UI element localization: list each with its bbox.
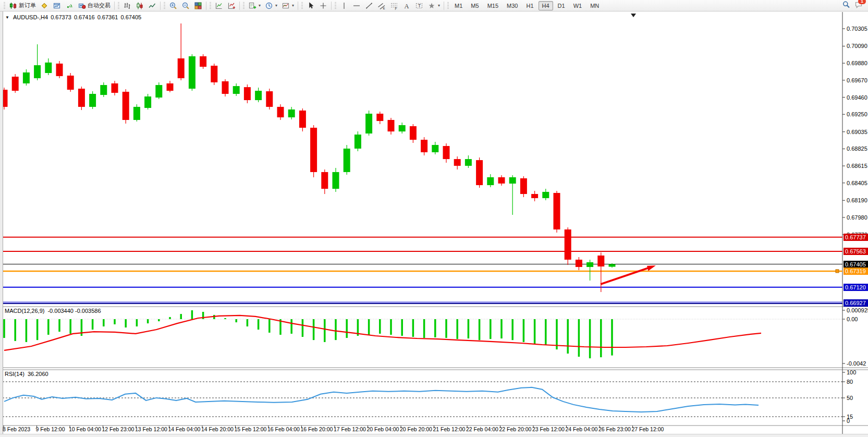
ohlc-high: 0.67416 [74, 14, 95, 20]
toolbar-button-label: 自动交易 [88, 2, 111, 9]
label-icon: T [415, 2, 423, 10]
rsi-pane [3, 382, 842, 417]
date-axis-label: 20 Feb 04:00 [367, 426, 399, 432]
toolbar-button-label: 新订单 [19, 2, 36, 9]
date-axis-label: 23 Feb 12:00 [532, 426, 565, 432]
rsi-line [4, 387, 759, 412]
dropdown-caret-icon[interactable]: ▾ [259, 3, 261, 8]
trend-arrow-object[interactable] [601, 265, 656, 284]
toolbar: 新订单自动交易▾▾▾EFAT▾M1M5M15M30H1H4D1W1MN1 [0, 0, 868, 11]
cursor-tool-button[interactable] [304, 1, 317, 10]
fibonacci-tool-button[interactable]: F [388, 1, 400, 10]
toolbar-separator [160, 2, 161, 10]
trendline-icon [365, 2, 373, 10]
chart-plot-area[interactable] [0, 0, 868, 437]
macd-axis-tick-label: 0.00 [847, 316, 858, 322]
chart-shift-button[interactable] [225, 1, 238, 10]
date-axis-label: 9 Feb 12:00 [36, 426, 65, 432]
timeframe-m1-button[interactable]: M1 [451, 1, 466, 10]
pane-borders [3, 12, 868, 434]
bar-chart-mode-button[interactable] [121, 1, 133, 10]
ohlc-close: 0.67405 [120, 14, 141, 20]
one-click-trading-caret[interactable]: ▼ [5, 15, 9, 20]
chat-button[interactable]: 1 [854, 1, 863, 11]
line-chart-mode-button[interactable] [146, 1, 158, 10]
period-clock-icon [265, 2, 273, 10]
signals-button[interactable] [63, 1, 76, 10]
dropdown-caret-icon[interactable]: ▾ [438, 3, 440, 8]
orange-line-handle [836, 270, 839, 273]
tile-windows-icon [194, 2, 202, 10]
date-axis-label: 10 Feb 04:00 [69, 426, 101, 432]
date-axis-label: 26 Feb 23:00 [598, 426, 631, 432]
crosshair-tool-button[interactable] [317, 1, 329, 10]
candlestick-mode-button[interactable] [133, 1, 146, 10]
line-chart-icon [148, 2, 156, 10]
gold-chart-button[interactable] [38, 1, 51, 10]
timeframe-w1-button[interactable]: W1 [570, 1, 586, 10]
timeframe-m15-button[interactable]: M15 [484, 1, 502, 10]
date-axis-label: 21 Feb 12:00 [433, 426, 466, 432]
date-axis-label: 16 Feb 20:00 [301, 426, 333, 432]
chart-shift-marker[interactable] [631, 14, 636, 17]
equidistant-channel-tool-button[interactable]: E [375, 1, 388, 10]
timeframe-h1-button[interactable]: H1 [522, 1, 537, 10]
search-button[interactable] [842, 1, 850, 11]
svg-text:T: T [418, 3, 421, 8]
charts-window-button[interactable] [51, 1, 63, 10]
toolbar-separator [206, 2, 206, 10]
vertical-line-tool-button[interactable] [338, 1, 350, 10]
macd-axis-tick-label: -0.0042 [847, 360, 866, 367]
zoom-out-button[interactable] [179, 1, 192, 10]
trendline-tool-button[interactable] [363, 1, 375, 10]
new-order-button[interactable]: 新订单 [7, 1, 38, 10]
timeframe-d1-button[interactable]: D1 [554, 1, 569, 10]
arrows-tool-button[interactable]: ▾ [425, 1, 442, 10]
template-button[interactable]: ▾ [279, 1, 296, 10]
rsi-axis-tick-label: 50 [847, 395, 853, 401]
auto-trading-button[interactable]: 自动交易 [76, 1, 113, 10]
add-indicator-button[interactable]: ▾ [246, 1, 263, 10]
crosshair-icon [319, 2, 327, 10]
dropdown-caret-icon[interactable]: ▾ [275, 3, 277, 8]
auto-arrange-button[interactable] [213, 1, 225, 10]
price-axis-tick-label: 0.69035 [847, 129, 867, 135]
dropdown-caret-icon[interactable]: ▾ [292, 3, 294, 8]
svg-text:A: A [405, 2, 409, 9]
date-axis-label: 13 Feb 12:00 [135, 426, 167, 432]
date-axis-label: 17 Feb 12:00 [334, 426, 366, 432]
timeframe-m30-button[interactable]: M30 [503, 1, 521, 10]
date-axis-label: 14 Feb 04:00 [168, 426, 201, 432]
price-axis-tick-label: 0.70305 [847, 26, 867, 32]
timeframe-m5-button[interactable]: M5 [467, 1, 482, 10]
horizontal-price-lines[interactable] [3, 237, 842, 304]
zoom-in-button[interactable] [167, 1, 179, 10]
price-line-badge: 0.66927 [843, 299, 868, 307]
macd-axis-tick-label: 0.000925 [847, 307, 868, 313]
price-axis-tick-label: 0.69670 [847, 77, 867, 83]
price-axis-tick-label: 0.69250 [847, 111, 867, 117]
price-axis-tick-label: 0.68825 [847, 145, 867, 152]
timeframe-mn-button[interactable]: MN [586, 1, 603, 10]
date-axis-label: 16 Feb 04:00 [267, 426, 300, 432]
horizontal-line-tool-button[interactable] [350, 1, 363, 10]
add-indicator-icon [248, 2, 256, 10]
gold-icon [40, 2, 48, 10]
periods-button[interactable]: ▾ [263, 1, 279, 10]
chart-title: ▼ AUDUSD-,H4 0.67373 0.67416 0.67361 0.6… [5, 14, 141, 20]
price-axis-tick-label: 0.68405 [847, 180, 867, 186]
mt4-terminal-window: ▼ AUDUSD-,H4 0.67373 0.67416 0.67361 0.6… [0, 0, 868, 437]
price-axis-tick-label: 0.70090 [847, 43, 867, 49]
bars-chart-icon [123, 2, 131, 10]
rsi-axis-tick-label: 0 [847, 418, 850, 424]
text-tool-button[interactable]: A [400, 1, 413, 10]
tile-windows-button[interactable] [192, 1, 204, 10]
date-axis-label: 22 Feb 20:00 [499, 426, 532, 432]
toolbar-separator [239, 2, 240, 10]
toolbar-grip [4, 2, 5, 9]
date-axis-label: 27 Feb 12:00 [632, 426, 664, 432]
price-line-badge: 0.67319 [843, 268, 868, 275]
text-label-tool-button[interactable]: T [413, 1, 425, 10]
text-icon: A [402, 2, 411, 10]
timeframe-h4-button[interactable]: H4 [539, 1, 553, 10]
